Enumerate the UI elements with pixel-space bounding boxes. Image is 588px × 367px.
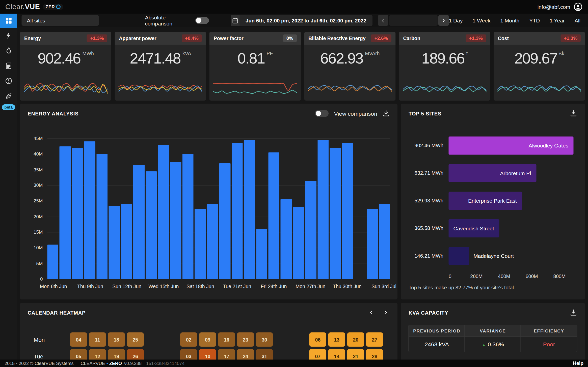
top5-title: TOP 5 SITES [409,111,441,116]
sidebar-item-energy[interactable] [0,28,17,43]
user-email: info@abf.com [538,4,570,10]
range-button[interactable]: 1 Year [550,17,565,23]
calendar-icon [231,15,239,26]
previous-period-button[interactable] [378,15,388,26]
energy-bar[interactable] [256,229,267,279]
energy-bar[interactable] [182,154,194,279]
heatmap-cell[interactable]: 20 [347,332,364,347]
x-tick-label: Mon 6th Jun [40,284,67,289]
heatmap-cell[interactable]: 04 [70,332,87,347]
energy-bar[interactable] [231,143,243,279]
sidebar-item-sustainability[interactable] [0,88,17,104]
energy-bar[interactable] [47,245,59,279]
heatmap-cell[interactable]: 02 [180,332,197,347]
site-name: Arboretum Pl [500,170,531,176]
energy-bar[interactable] [60,146,71,279]
site-selector[interactable]: All sites [22,15,99,26]
sidebar-item-dashboard[interactable] [0,14,17,28]
site-bar[interactable] [449,247,469,265]
calendar-heatmap-panel: CALENDAR HEATMAP Mon0411182502091623300 [20,303,398,367]
energy-bar[interactable] [146,171,157,279]
energy-bar[interactable] [305,180,316,279]
heatmap-cell[interactable]: 09 [199,332,216,347]
brand-dot-icon: • [106,361,108,366]
axis-tick-label: 400M [498,273,510,279]
kpi-unit: PF [266,51,273,56]
energy-bar[interactable] [133,165,144,279]
kpi-unit: £k [559,51,565,56]
absolute-comparison-control: Absolute comparison [145,14,209,26]
absolute-comparison-toggle[interactable] [195,17,209,24]
x-tick-label: Sat 18th Jun [186,284,214,289]
next-period-button[interactable] [438,15,449,26]
x-tick-label: Tue 21st Jun [223,284,251,289]
energy-bar[interactable] [158,145,169,279]
site-bar[interactable]: Cavendish Street [449,219,499,237]
heatmap-cell[interactable]: 13 [328,332,345,347]
range-button[interactable]: 1 Day [449,17,463,23]
energy-bar[interactable] [72,148,83,279]
dashboard-icon [5,17,12,25]
energy-bar[interactable] [317,140,329,279]
site-bar[interactable]: Arboretum Pl [449,164,536,182]
energy-bar[interactable] [330,148,341,279]
x-tick-label: Sun 3rd Jul [371,284,396,289]
energy-bar[interactable] [281,199,292,279]
kpi-value: 0.81 [237,47,265,70]
footer-serial: 151-338-82414074 [146,361,184,366]
heatmap-cell[interactable]: 27 [366,332,383,347]
user-avatar-icon[interactable] [574,2,583,11]
download-icon[interactable] [570,110,577,117]
view-comparison-toggle[interactable] [315,110,329,117]
energy-bar[interactable] [293,207,304,279]
heatmap-cell[interactable]: 11 [89,332,106,347]
site-bar[interactable]: Enterprise Park East [449,192,522,210]
bar-series [47,138,390,279]
heatmap-cell[interactable]: 06 [309,332,327,347]
energy-bar[interactable] [367,209,378,279]
energy-bar[interactable] [207,204,218,279]
sidebar-item-alerts[interactable] [0,73,17,88]
energy-bar[interactable] [219,163,230,279]
date-range-text: Jun 6th, 02:00 pm, 2022 to Jul 6th, 02:0… [239,18,372,23]
heatmap-month-group: 0209162330 [180,332,273,347]
axis-tick-label: 0 [449,273,451,279]
heatmap-cell[interactable]: 23 [237,332,254,347]
date-range-picker[interactable]: Jun 6th, 02:00 pm, 2022 to Jul 6th, 02:0… [231,15,372,26]
kpi-delta-badge: +2.6% [371,35,391,42]
site-bar[interactable]: Alwoodley Gates [449,136,574,155]
energy-bar[interactable] [244,140,255,279]
energy-bar[interactable] [195,209,206,279]
heatmap-cell[interactable]: 16 [218,332,235,347]
download-icon[interactable] [383,110,390,117]
energy-bar[interactable] [379,204,390,279]
heatmap-prev-button[interactable] [367,309,376,317]
alert-icon [5,77,12,85]
range-button[interactable]: 1 Month [500,17,519,23]
y-tick-label: 45M [34,135,43,141]
sidebar-item-meters[interactable] [0,58,17,73]
chevron-right-icon [441,18,446,23]
energy-bar[interactable] [268,152,279,279]
range-button[interactable]: YTD [529,17,540,23]
energy-bar[interactable] [84,141,95,279]
range-button[interactable]: 1 Week [472,17,490,23]
energy-bar[interactable] [342,143,353,279]
help-link[interactable]: Help [573,360,583,366]
site-name: Cavendish Street [453,225,494,231]
heatmap-cell[interactable]: 18 [108,332,125,347]
kpi-sparkline [24,79,108,99]
range-button[interactable]: All [575,17,580,23]
energy-bar[interactable] [96,154,108,279]
sidebar-item-water[interactable] [0,43,17,58]
bar-chart-plot: Mon 6th JunThu 9th JunSun 12th JunWed 15… [47,138,390,279]
heatmap-cell[interactable]: 30 [256,332,273,347]
energy-bar[interactable] [121,204,132,279]
download-icon[interactable] [570,309,577,317]
dashboard-page: Clear.VUE ZER info@abf.com [0,0,588,367]
heatmap-cell[interactable]: 25 [127,332,144,347]
energy-bar[interactable] [170,162,181,279]
kpi-card: Energy+1.3%902.46MWh [20,32,112,101]
heatmap-next-button[interactable] [382,309,390,317]
energy-bar[interactable] [109,206,120,279]
